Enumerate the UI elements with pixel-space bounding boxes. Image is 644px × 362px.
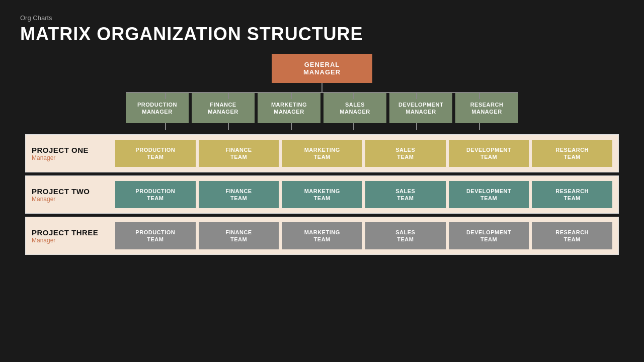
p1-sales-team: SALESTEAM [365, 140, 446, 167]
project-two-manager: Manager [32, 196, 55, 203]
p3-sales-team: SALESTEAM [365, 222, 446, 249]
p2-sales-team: SALESTEAM [365, 181, 446, 208]
project-one-name: PROJECT ONE [32, 146, 89, 154]
h-connector-line [126, 92, 518, 93]
project-three-label: PROJECT THREE Manager [32, 228, 112, 244]
project-one-manager: Manager [32, 154, 55, 161]
tick-3 [291, 92, 292, 99]
p2-marketing-team: MARKETINGTEAM [282, 181, 362, 208]
manager-finance: FINANCEMANAGER [192, 93, 255, 123]
gm-vertical-line [321, 83, 323, 92]
p3-research-team: RESEARCHTEAM [532, 222, 612, 249]
p2-research-team: RESEARCHTEAM [532, 181, 612, 208]
p2-development-team: DEVELOPMENTTEAM [449, 181, 529, 208]
project-one-row: PROJECT ONE Manager PRODUCTIONTEAM FINAN… [25, 134, 619, 172]
project-two-name: PROJECT TWO [32, 187, 90, 196]
project-three-row: PROJECT THREE Manager PRODUCTIONTEAM FIN… [25, 217, 619, 255]
tick-4 [353, 92, 354, 99]
manager-marketing: MARKETINGMANAGER [258, 93, 320, 123]
project-two-label: PROJECT TWO Manager [32, 187, 112, 203]
chart-area: GENERAL MANAGER PRODUCTIONMANAGER FINANC… [20, 54, 624, 352]
manager-to-projects-connector [126, 123, 518, 130]
p1-marketing-team: MARKETINGTEAM [282, 140, 362, 167]
manager-row: PRODUCTIONMANAGER FINANCEMANAGER MARKETI… [126, 93, 518, 123]
manager-production: PRODUCTIONMANAGER [126, 93, 189, 123]
project-three-teams: PRODUCTIONTEAM FINANCETEAM MARKETINGTEAM… [115, 222, 612, 249]
p1-finance-team: FINANCETEAM [199, 140, 279, 167]
project-two-row: PROJECT TWO Manager PRODUCTIONTEAM FINAN… [25, 175, 619, 214]
manager-development: DEVELOPMENTMANAGER [389, 93, 452, 123]
p1-production-team: PRODUCTIONTEAM [115, 140, 196, 167]
gm-box: GENERAL MANAGER [272, 54, 372, 83]
project-one-label: PROJECT ONE Manager [32, 146, 112, 161]
title: MATRIX ORGANIZATION STRUCTURE [20, 24, 624, 45]
manager-research: RESEARCHMANAGER [455, 93, 518, 123]
tick-5 [416, 92, 417, 99]
p2-finance-team: FINANCETEAM [199, 181, 279, 208]
tick-1 [165, 92, 166, 99]
p3-production-team: PRODUCTIONTEAM [115, 222, 196, 249]
p3-finance-team: FINANCETEAM [199, 222, 279, 249]
p1-development-team: DEVELOPMENTTEAM [449, 140, 529, 167]
project-three-name: PROJECT THREE [32, 228, 98, 237]
projects-area: PROJECT ONE Manager PRODUCTIONTEAM FINAN… [25, 134, 619, 255]
tick-6 [479, 92, 480, 99]
project-three-manager: Manager [32, 237, 55, 244]
subtitle: Org Charts [20, 14, 624, 22]
p3-marketing-team: MARKETINGTEAM [282, 222, 362, 249]
project-two-teams: PRODUCTIONTEAM FINANCETEAM MARKETINGTEAM… [115, 181, 612, 208]
page: Org Charts MATRIX ORGANIZATION STRUCTURE… [0, 0, 644, 362]
tick-2 [228, 92, 229, 99]
p3-development-team: DEVELOPMENTTEAM [449, 222, 529, 249]
p1-research-team: RESEARCHTEAM [532, 140, 612, 167]
manager-sales: SALESMANAGER [324, 93, 386, 123]
project-one-teams: PRODUCTIONTEAM FINANCETEAM MARKETINGTEAM… [115, 140, 612, 167]
p2-production-team: PRODUCTIONTEAM [115, 181, 196, 208]
